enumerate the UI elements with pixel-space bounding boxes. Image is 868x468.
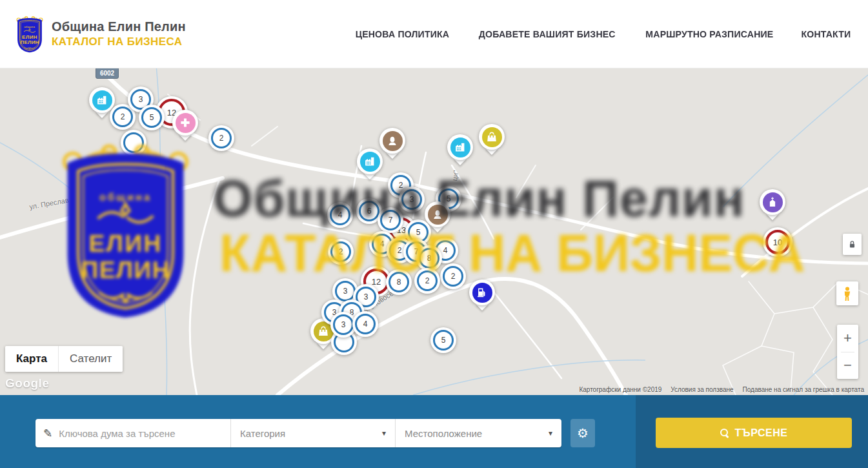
header: Община Елин Пелин КАТАЛОГ НА БИЗНЕСА ЦЕН… <box>0 0 868 68</box>
cluster-count: 6 <box>367 207 372 216</box>
chevron-down-icon: ▾ <box>549 429 552 438</box>
pin-body <box>447 134 473 160</box>
keyword-search-input[interactable] <box>59 428 223 439</box>
cluster-marker[interactable]: 2 <box>414 268 440 294</box>
cluster-marker[interactable]: 5 <box>430 327 456 353</box>
nav-contacts[interactable]: КОНТАКТИ <box>802 28 851 39</box>
cluster-marker[interactable]: 2 <box>208 125 234 151</box>
pin-body <box>760 189 785 215</box>
chevron-down-icon: ▾ <box>382 429 386 438</box>
site-title: Община Елин Пелин <box>52 19 186 34</box>
pegman-icon <box>840 285 855 302</box>
category-select-value: Категория <box>240 428 285 439</box>
pin-body <box>479 124 505 150</box>
zoom-out-button[interactable]: − <box>837 352 858 379</box>
shopping-bag-icon <box>482 127 502 147</box>
cluster-marker[interactable]: 3 <box>399 187 425 212</box>
search-form: ✎ Категория ▾ Местоположение ▾ <box>35 419 561 447</box>
cluster-count: 2 <box>399 181 403 190</box>
advanced-settings-button[interactable]: ⚙ <box>570 419 595 447</box>
pin-body <box>379 128 405 154</box>
cluster-count: 3 <box>343 287 348 296</box>
factory-icon <box>450 137 470 158</box>
street-view-pegman-button[interactable] <box>836 281 858 305</box>
cluster-marker[interactable]: 8 <box>416 245 442 271</box>
map-type-control: Карта Сателит <box>5 346 123 372</box>
map-data-copyright: Картографски данни ©2019 <box>579 386 661 393</box>
lock-icon <box>847 239 858 250</box>
cluster-count: 3 <box>341 320 346 329</box>
cluster-count: 5 <box>441 336 446 345</box>
factory-icon <box>360 152 380 172</box>
category-select[interactable]: Категория ▾ <box>230 419 395 447</box>
map-attribution: Картографски данни ©2019 Условия за полз… <box>579 386 864 393</box>
fuel-pump-icon <box>472 283 492 303</box>
cluster-marker[interactable]: 4 <box>327 202 353 228</box>
search-bar: ✎ Категория ▾ Местоположение ▾ ⚙ ТЪРСЕНЕ <box>0 395 868 468</box>
pin-body <box>469 280 495 305</box>
nav-route-schedule[interactable]: МАРШРУТНО РАЗПИСАНИЕ <box>646 28 774 39</box>
location-select-value: Местоположение <box>405 428 482 439</box>
factory-pin-marker[interactable] <box>357 148 383 179</box>
cluster-count: 2 <box>121 112 125 121</box>
cluster-count: 5 <box>150 113 154 122</box>
cluster-count: 8 <box>427 254 432 263</box>
report-map-error-link[interactable]: Подаване на сигнал за грешка в картата <box>743 386 864 393</box>
fuel-pump-pin-marker[interactable] <box>469 280 495 310</box>
factory-pin-marker[interactable] <box>447 134 473 165</box>
cluster-count: 10 <box>773 238 782 247</box>
cluster-count: 4 <box>363 320 368 329</box>
nav-pricing-policy[interactable]: ЦЕНОВА ПОЛИТИКА <box>356 28 450 39</box>
search-button-label: ТЪРСЕНЕ <box>735 427 788 439</box>
worker-icon <box>428 205 448 225</box>
cluster-count: 5 <box>416 228 421 237</box>
cluster-count: 2 <box>219 134 224 143</box>
terms-of-use-link[interactable]: Условия за ползване <box>671 386 733 393</box>
google-logo[interactable]: Google <box>5 376 49 391</box>
map-type-map-button[interactable]: Карта <box>5 346 58 372</box>
cluster-marker[interactable]: 4 <box>352 311 378 337</box>
markers-layer: 23125223546137542274821282333834510 <box>0 68 868 395</box>
cluster-marker[interactable]: 10 <box>763 227 792 257</box>
cluster-marker[interactable] <box>121 130 146 156</box>
medical-cross-icon <box>176 113 196 133</box>
keyword-field-wrap: ✎ <box>35 419 230 447</box>
cluster-count: 12 <box>372 277 381 287</box>
cluster-count: 3 <box>410 195 414 204</box>
cluster-count: 4 <box>338 210 343 219</box>
cluster-count: 4 <box>380 239 385 249</box>
cluster-marker[interactable]: 2 <box>440 263 466 289</box>
main-nav: ЦЕНОВА ПОЛИТИКА ДОБАВЕТЕ ВАШИЯТ БИЗНЕС М… <box>352 28 853 39</box>
map-canvas[interactable]: 6002 ул. Преславбул. „Новоселци" 2312522… <box>0 68 868 395</box>
search-submit-button[interactable]: ТЪРСЕНЕ <box>656 418 852 448</box>
site-subtitle: КАТАЛОГ НА БИЗНЕСА <box>52 36 186 48</box>
map-type-satellite-button[interactable]: Сателит <box>58 346 123 372</box>
pin-body <box>172 110 198 136</box>
page: Община Елин Пелин КАТАЛОГ НА БИЗНЕСА ЦЕН… <box>0 0 868 468</box>
shopping-bag-pin-marker[interactable] <box>479 124 505 155</box>
pencil-icon: ✎ <box>43 427 52 440</box>
pin-body <box>425 201 450 227</box>
cluster-marker[interactable]: 7 <box>378 207 403 233</box>
pin-body <box>89 87 115 113</box>
cluster-count: 7 <box>389 216 393 225</box>
zoom-control: + − <box>837 325 858 379</box>
nav-add-business[interactable]: ДОБАВЕТЕ ВАШИЯТ БИЗНЕС <box>479 28 616 39</box>
cluster-count: 2 <box>339 247 343 256</box>
lock-control-button[interactable] <box>843 234 862 255</box>
medical-cross-pin-marker[interactable] <box>172 110 198 141</box>
cluster-count: 2 <box>398 246 402 255</box>
gear-icon: ⚙ <box>577 427 589 440</box>
location-select[interactable]: Местоположение ▾ <box>395 419 561 447</box>
cluster-count: 3 <box>139 95 143 104</box>
worker-pin-marker[interactable] <box>379 128 405 159</box>
cluster-marker[interactable]: 2 <box>328 239 354 265</box>
cluster-count: 2 <box>425 276 430 285</box>
church-icon <box>763 192 783 212</box>
cluster-ring <box>123 132 144 153</box>
cluster-marker[interactable]: 5 <box>139 105 165 130</box>
church-pin-marker[interactable] <box>760 189 785 220</box>
brand-logo[interactable]: Община Елин Пелин КАТАЛОГ НА БИЗНЕСА <box>14 15 186 54</box>
cluster-marker[interactable]: 8 <box>386 269 412 295</box>
zoom-in-button[interactable]: + <box>837 325 858 352</box>
